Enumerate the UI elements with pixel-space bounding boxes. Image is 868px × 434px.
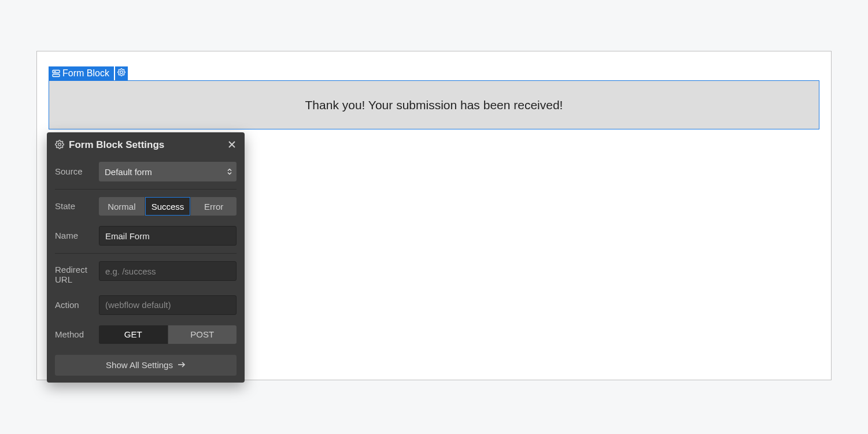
label-source: Source [55,166,99,176]
state-error-button[interactable]: Error [191,197,237,216]
panel-close-button[interactable] [227,140,237,151]
redirect-url-input[interactable] [99,261,237,281]
divider [55,253,237,254]
state-segmented: Normal Success Error [99,197,237,216]
form-block-tag-label: Form Block [62,68,109,79]
arrow-right-icon [178,360,186,370]
form-success-text: Thank you! Your submission has been rece… [305,98,563,112]
panel-header: Form Block Settings [47,132,245,157]
form-block-settings-panel: Form Block Settings Source Default form [47,132,245,383]
action-input[interactable] [99,295,237,315]
row-source: Source Default form [47,157,245,187]
form-block-tag-main[interactable]: Form Block [49,66,114,80]
gear-icon [117,68,125,79]
form-block-icon [52,69,60,77]
source-select-value: Default form [105,167,152,177]
state-success-button[interactable]: Success [145,197,191,216]
label-name: Name [55,231,99,240]
row-state: State Normal Success Error [47,192,245,221]
label-method: Method [55,329,99,339]
form-block-settings-trigger[interactable] [115,66,128,80]
row-name: Name [47,221,245,251]
panel-title: Form Block Settings [69,139,227,151]
label-action: Action [55,300,99,310]
gear-icon [55,140,64,151]
source-select[interactable]: Default form [99,162,237,181]
form-block-tag[interactable]: Form Block [49,66,128,80]
row-redirect: Redirect URL [47,256,245,290]
method-segmented: GET POST [99,325,237,344]
show-all-settings-button[interactable]: Show All Settings [55,355,237,376]
name-input[interactable] [99,226,237,246]
method-post-button[interactable]: POST [168,325,237,344]
divider [55,189,237,190]
canvas-frame: Form Block Thank you! Your submission ha… [36,51,832,380]
show-all-label: Show All Settings [106,360,173,370]
close-icon [227,140,237,151]
form-success-region[interactable]: Thank you! Your submission has been rece… [49,80,819,129]
state-normal-button[interactable]: Normal [99,197,145,216]
svg-rect-1 [53,75,60,77]
label-state: State [55,201,99,211]
row-method: Method GET POST [47,320,245,349]
label-redirect: Redirect URL [55,261,99,285]
row-action: Action [47,290,245,320]
method-get-button[interactable]: GET [99,325,168,344]
select-caret-icon [227,169,232,175]
